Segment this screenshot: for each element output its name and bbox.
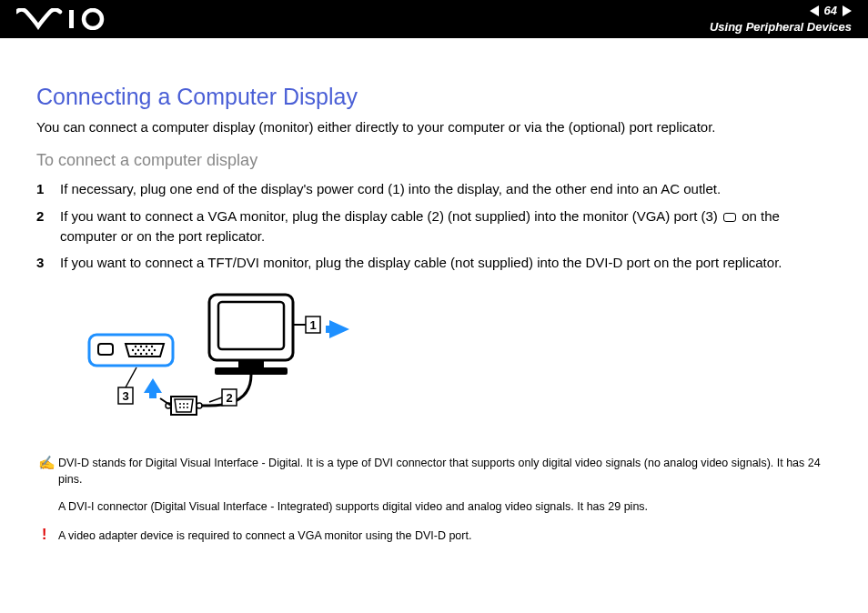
next-page-arrow-icon[interactable] <box>843 5 852 16</box>
notes-section: ✍ DVI-D stands for Digital Visual Interf… <box>58 455 832 545</box>
vga-port-icon <box>723 213 736 222</box>
arrow-up-icon <box>144 378 162 398</box>
svg-point-18 <box>135 353 136 355</box>
warning-block: ! A video adapter device is required to … <box>58 528 832 544</box>
svg-point-25 <box>179 403 181 405</box>
arrow-right-icon <box>326 320 349 338</box>
vaio-logo <box>16 8 116 30</box>
note-block: ✍ DVI-D stands for Digital Visual Interf… <box>58 455 832 515</box>
warning-icon: ! <box>42 524 46 545</box>
svg-point-30 <box>187 407 188 408</box>
svg-point-17 <box>151 346 153 347</box>
svg-rect-8 <box>98 344 113 355</box>
svg-point-10 <box>137 349 139 351</box>
svg-rect-4 <box>238 360 264 367</box>
header-bar: 64 Using Peripheral Devices <box>0 0 868 38</box>
svg-point-12 <box>148 349 150 351</box>
page-number: 64 <box>824 4 837 19</box>
step-text: If necessary, plug one end of the displa… <box>60 181 721 196</box>
monitor-icon <box>209 295 293 375</box>
svg-line-23 <box>126 367 136 387</box>
svg-rect-5 <box>215 367 288 375</box>
svg-point-32 <box>197 403 202 408</box>
svg-point-21 <box>151 353 153 355</box>
header-right: 64 Using Peripheral Devices <box>710 4 852 35</box>
svg-point-11 <box>143 349 145 351</box>
svg-rect-0 <box>69 10 74 28</box>
step-text: If you want to connect a TFT/DVI monitor… <box>60 255 782 270</box>
svg-point-9 <box>132 349 134 351</box>
note-icon: ✍ <box>38 453 56 473</box>
warning-text: A video adapter device is required to co… <box>58 528 832 544</box>
svg-point-13 <box>154 349 156 351</box>
steps-list: If necessary, plug one end of the displa… <box>36 179 832 273</box>
diagram-label-1: 1 <box>309 318 316 332</box>
svg-point-14 <box>135 346 136 347</box>
page-content: Connecting a Computer Display You can co… <box>0 38 868 576</box>
sub-heading: To connect a computer display <box>36 151 832 170</box>
svg-point-20 <box>146 353 147 355</box>
svg-point-16 <box>146 346 147 347</box>
connection-diagram: 1 3 <box>73 287 832 437</box>
intro-text: You can connect a computer display (moni… <box>36 119 832 135</box>
svg-point-27 <box>187 403 188 405</box>
step-text: If you want to connect a VGA monitor, pl… <box>60 208 718 224</box>
note-text: DVI-D stands for Digital Visual Interfac… <box>58 455 832 487</box>
step-item: If necessary, plug one end of the displa… <box>36 179 832 199</box>
main-heading: Connecting a Computer Display <box>36 84 832 110</box>
note-text: A DVI-I connector (Digital Visual Interf… <box>58 498 832 515</box>
page-navigation: 64 <box>710 4 852 19</box>
svg-point-15 <box>140 346 142 347</box>
section-title: Using Peripheral Devices <box>710 20 852 35</box>
svg-point-29 <box>183 407 185 408</box>
step-item: If you want to connect a TFT/DVI monitor… <box>36 253 832 273</box>
step-item: If you want to connect a VGA monitor, pl… <box>36 206 832 246</box>
diagram-label-2: 2 <box>226 391 232 405</box>
svg-point-1 <box>84 10 102 28</box>
svg-point-28 <box>179 407 181 408</box>
svg-point-26 <box>183 403 185 405</box>
svg-point-19 <box>140 353 142 355</box>
prev-page-arrow-icon[interactable] <box>810 5 819 16</box>
diagram-label-3: 3 <box>122 389 128 403</box>
svg-line-35 <box>209 397 222 402</box>
svg-rect-3 <box>218 302 284 349</box>
